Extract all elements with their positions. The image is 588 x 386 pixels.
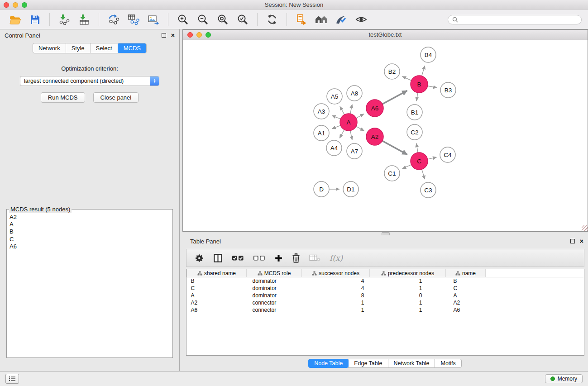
tab-motifs[interactable]: Motifs <box>435 359 461 368</box>
run-mcds-button[interactable]: Run MCDS <box>41 92 85 103</box>
network-minimize-button[interactable] <box>196 32 202 38</box>
export-image-button[interactable] <box>145 12 162 27</box>
node-C[interactable]: C <box>411 152 428 170</box>
optimization-criterion-dropdown[interactable]: largest connected component (directed) ▲… <box>20 76 159 86</box>
node-A6[interactable]: A6 <box>366 100 383 117</box>
column-header-mcds-role[interactable]: MCDS role <box>247 269 302 277</box>
mcds-result-item[interactable]: A2 <box>9 214 171 221</box>
home-button[interactable] <box>313 12 330 27</box>
tab-network-table[interactable]: Network Table <box>388 359 435 368</box>
import-table-button[interactable] <box>76 12 93 27</box>
node-A1[interactable]: A1 <box>314 125 329 141</box>
resize-grip[interactable] <box>582 225 588 231</box>
edge-A6-B[interactable] <box>382 91 407 104</box>
new-network-button[interactable] <box>105 12 122 27</box>
close-window-button[interactable] <box>4 2 9 8</box>
delete-table-button[interactable] <box>309 254 320 262</box>
node-C2[interactable]: C2 <box>407 124 422 140</box>
delete-column-button[interactable] <box>292 253 300 263</box>
node-A5[interactable]: A5 <box>327 89 342 104</box>
node-A3[interactable]: A3 <box>314 104 329 119</box>
node-B3[interactable]: B3 <box>440 82 456 98</box>
edge-A2-C[interactable] <box>382 141 407 154</box>
table-row[interactable]: A2connector11A2 <box>187 299 584 306</box>
node-C4[interactable]: C4 <box>440 147 455 162</box>
close-panel-button[interactable]: × <box>171 33 175 38</box>
mcds-result-item[interactable]: B <box>9 228 171 235</box>
copy-style-button[interactable] <box>293 12 310 27</box>
column-header-shared-name[interactable]: shared name <box>187 269 247 277</box>
edge-A-A1[interactable] <box>332 125 340 129</box>
column-header-name[interactable]: name <box>446 269 486 277</box>
function-builder-button[interactable]: f(x) <box>330 253 343 262</box>
mcds-result-item[interactable]: C <box>9 236 171 243</box>
node-A2[interactable]: A2 <box>366 128 383 145</box>
zoom-in-button[interactable] <box>174 12 191 27</box>
node-B1[interactable]: B1 <box>407 105 422 120</box>
network-close-button[interactable] <box>187 32 193 38</box>
table-row[interactable]: Adominator80A <box>187 292 584 299</box>
table-close-panel-button[interactable]: × <box>580 239 583 243</box>
node-D1[interactable]: D1 <box>343 181 359 197</box>
select-all-button[interactable] <box>232 254 244 262</box>
node-B[interactable]: B <box>411 76 428 93</box>
edge-B-B1[interactable] <box>416 93 418 101</box>
zoom-window-button[interactable] <box>22 2 27 8</box>
edge-A-A4[interactable] <box>339 130 344 138</box>
table-float-panel-button[interactable] <box>570 239 575 243</box>
tab-network[interactable]: Network <box>33 43 66 53</box>
mcds-result-item[interactable]: A6 <box>9 243 171 250</box>
edge-C-C1[interactable] <box>402 165 411 169</box>
edge-A-A8[interactable] <box>350 105 352 114</box>
table-row[interactable]: Bdominator41B <box>187 277 584 285</box>
mcds-result-item[interactable]: A <box>9 221 171 228</box>
edge-C-C2[interactable] <box>416 143 418 153</box>
zoom-selected-button[interactable] <box>234 12 251 27</box>
node-C3[interactable]: C3 <box>421 182 436 198</box>
table-settings-button[interactable] <box>195 253 204 263</box>
tab-select[interactable]: Select <box>90 43 118 53</box>
edge-A-A7[interactable] <box>350 131 352 140</box>
edge-B-B3[interactable] <box>428 86 437 88</box>
node-D[interactable]: D <box>314 181 329 197</box>
edge-B-B2[interactable] <box>402 76 411 81</box>
import-network-button[interactable] <box>56 12 73 27</box>
node-B4[interactable]: B4 <box>421 47 436 62</box>
table-row[interactable]: Cdominator41C <box>187 285 584 292</box>
node-C1[interactable]: C1 <box>384 166 400 181</box>
show-hide-button[interactable] <box>353 12 370 27</box>
float-panel-button[interactable] <box>162 33 166 38</box>
edge-C-C4[interactable] <box>428 157 437 159</box>
close-panel-button2[interactable]: Close panel <box>93 92 139 103</box>
save-session-button[interactable] <box>26 12 43 27</box>
add-column-button[interactable] <box>274 254 283 262</box>
node-B2[interactable]: B2 <box>384 64 400 79</box>
deselect-all-button[interactable] <box>253 254 265 262</box>
search-input[interactable] <box>460 16 577 23</box>
panel-menu-button[interactable] <box>5 374 19 384</box>
node-A[interactable]: A <box>340 114 357 131</box>
edge-A-A5[interactable] <box>340 106 344 114</box>
tab-style[interactable]: Style <box>66 43 90 53</box>
column-header-predecessor-nodes[interactable]: predecessor nodes <box>370 269 446 277</box>
edge-C-C3[interactable] <box>422 169 425 179</box>
apply-style-button[interactable] <box>333 12 350 27</box>
edge-A-A2[interactable] <box>356 126 364 131</box>
toggle-column-button[interactable] <box>213 253 223 263</box>
tab-mcds[interactable]: MCDS <box>118 43 146 53</box>
tab-node-table[interactable]: Node Table <box>308 359 349 368</box>
column-header-successor-nodes[interactable]: successor nodes <box>302 269 370 277</box>
network-svg[interactable]: B4B2BB3A5A8A6B1A3AC2A1A2A4A7C4CC1C3DD1 <box>183 40 588 231</box>
open-session-button[interactable] <box>6 12 24 27</box>
node-A8[interactable]: A8 <box>347 86 362 101</box>
clone-network-button[interactable] <box>125 12 142 27</box>
network-zoom-button[interactable] <box>206 32 211 38</box>
zoom-fit-button[interactable] <box>214 12 231 27</box>
network-canvas[interactable]: B4B2BB3A5A8A6B1A3AC2A1A2A4A7C4CC1C3DD1 <box>183 40 588 231</box>
edge-B-B4[interactable] <box>422 66 425 76</box>
zoom-out-button[interactable] <box>194 12 211 27</box>
table-row[interactable]: A6connector11A6 <box>187 306 584 314</box>
node-A7[interactable]: A7 <box>347 143 362 159</box>
minimize-window-button[interactable] <box>13 2 18 8</box>
tab-edge-table[interactable]: Edge Table <box>348 359 388 368</box>
